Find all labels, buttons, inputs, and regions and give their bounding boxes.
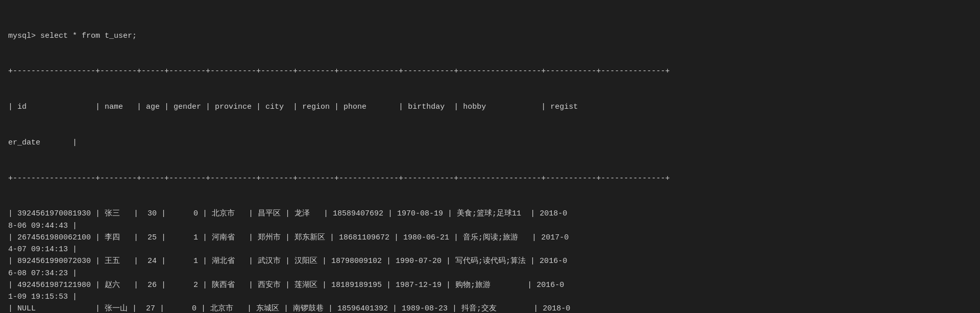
terminal-output: mysql> select * from t_user; +----------… — [8, 6, 972, 313]
table-row-cont: 8-06 09:44:43 | — [8, 220, 972, 232]
data-rows: | 3924561970081930 | 张三 | 30 | 0 | 北京市 |… — [8, 208, 972, 313]
table-row: | 2674561980062100 | 李四 | 25 | 1 | 河南省 |… — [8, 232, 972, 244]
header-line: | id | name | age | gender | province | … — [8, 101, 972, 113]
prompt: mysql> select * from t_user; — [8, 30, 972, 42]
table-row: | NULL | 张一山 | 27 | 0 | 北京市 | 东城区 | 南锣鼓巷… — [8, 303, 972, 313]
table-row-cont: 6-08 07:34:23 | — [8, 268, 972, 279]
table-row-cont: 1-09 19:15:53 | — [8, 291, 972, 303]
table-row-cont: 4-07 09:14:13 | — [8, 244, 972, 255]
table-row: | 4924561987121980 | 赵六 | 26 | 2 | 陕西省 |… — [8, 279, 972, 291]
separator-mid: +------------------+--------+-----+-----… — [8, 173, 972, 184]
header-line2: er_date | — [8, 137, 972, 149]
table-row: | 8924561990072030 | 王五 | 24 | 1 | 湖北省 |… — [8, 255, 972, 267]
table-row: | 3924561970081930 | 张三 | 30 | 0 | 北京市 |… — [8, 208, 972, 220]
separator-top: +------------------+--------+-----+-----… — [8, 65, 972, 77]
